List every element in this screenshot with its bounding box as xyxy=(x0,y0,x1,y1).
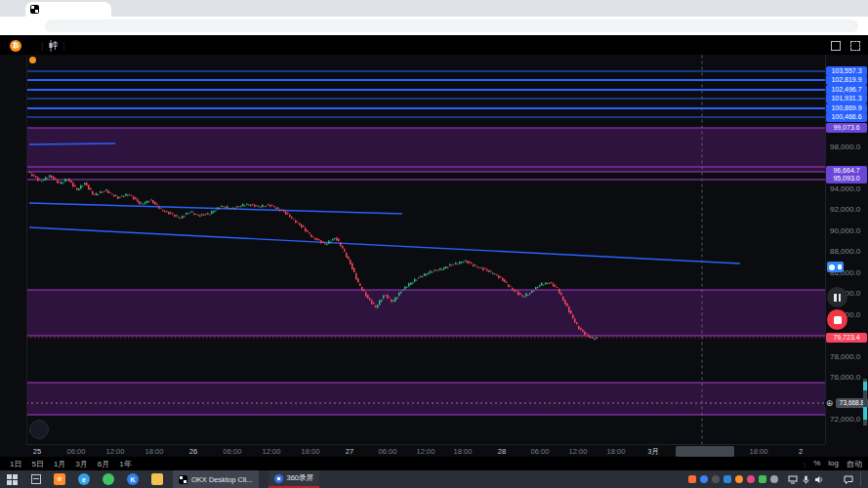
time-axis-label: 06:00 xyxy=(531,447,550,456)
360-browser-app[interactable] xyxy=(103,473,114,485)
chart-footer: 1日5日1月3月6月1年 | %log自动 xyxy=(0,457,868,470)
360-recorder-window-icon xyxy=(274,474,283,483)
360-browser-app-icon xyxy=(103,473,114,485)
range-button-1月[interactable]: 1月 xyxy=(54,459,65,469)
range-button-3月[interactable]: 3月 xyxy=(75,459,87,469)
time-axis-label: 12:00 xyxy=(263,447,281,456)
price-level-badge: 79,723.4 xyxy=(826,333,867,343)
recorder-stop-button[interactable] xyxy=(827,309,847,330)
trendline xyxy=(29,227,740,264)
file-explorer-app-icon xyxy=(151,473,163,485)
divider xyxy=(26,55,27,444)
desktop-screen: ₿ | | 72,000.076,000.078,000.082,000.084… xyxy=(0,0,868,488)
divider: | xyxy=(41,41,43,51)
360-safety-app-icon: ☆ xyxy=(54,473,65,485)
trendline xyxy=(29,203,402,214)
okx-app[interactable]: K xyxy=(127,473,139,485)
tray-app-icon[interactable] xyxy=(712,475,720,483)
scale-button-%[interactable]: % xyxy=(813,459,820,469)
taskbar-apps: ☆eK xyxy=(41,473,163,485)
symbol-dot-icon xyxy=(29,57,36,63)
show-desktop-button[interactable] xyxy=(860,472,864,486)
edge-browser-app[interactable]: e xyxy=(78,473,90,485)
microphone-icon[interactable] xyxy=(803,475,809,484)
tray-app-icon[interactable] xyxy=(723,475,731,483)
range-buttons: 1日5日1月3月6月1年 xyxy=(10,459,132,469)
tray-app-icon[interactable] xyxy=(759,475,766,483)
okx-desktop-client-window-label: OKX Desktop Cli... xyxy=(191,475,253,484)
recorder-pause-button[interactable] xyxy=(827,287,847,307)
browser-tab[interactable] xyxy=(25,2,111,17)
time-axis-label: 06:00 xyxy=(379,447,397,456)
price-axis-label: 98,000.0 xyxy=(830,142,860,151)
price-axis-label: 92,000.0 xyxy=(830,205,860,214)
time-axis-label: 18:00 xyxy=(454,447,473,456)
time-axis-label: 27 xyxy=(346,447,353,456)
price-axis-label: 90,000.0 xyxy=(830,226,860,235)
price-axis-label: 76,000.0 xyxy=(830,373,860,382)
browser-tab-strip xyxy=(0,0,868,17)
taskbar-windows: OKX Desktop Cli...360录屏 xyxy=(163,470,319,488)
divider: | xyxy=(62,41,64,51)
price-level-badge: 99,073.6 xyxy=(826,123,867,133)
tray-app-icon[interactable] xyxy=(688,475,696,483)
time-axis-label: 06:00 xyxy=(67,447,86,456)
okx-desktop-client-window[interactable]: OKX Desktop Cli... xyxy=(173,470,259,488)
time-axis-label: 25 xyxy=(33,447,41,456)
price-axis-label: 94,000.0 xyxy=(830,184,860,193)
tray-app-icon[interactable] xyxy=(700,475,708,483)
range-button-6月[interactable]: 6月 xyxy=(98,459,109,469)
highlight-band xyxy=(26,128,825,172)
range-button-5日[interactable]: 5日 xyxy=(31,459,43,469)
scale-button-自动[interactable]: 自动 xyxy=(847,459,862,469)
360-safety-app[interactable]: ☆ xyxy=(54,473,65,485)
time-axis-label: 12:00 xyxy=(417,447,435,456)
range-button-1年[interactable]: 1年 xyxy=(119,459,131,469)
highlight-band xyxy=(26,290,825,336)
time-axis-label: 3月 xyxy=(647,447,659,457)
time-axis-label: 18:00 xyxy=(302,447,320,456)
time-axis-label: 28 xyxy=(498,447,506,456)
time-axis-label: 12:00 xyxy=(106,447,125,456)
candle-style-icon[interactable] xyxy=(48,40,58,52)
price-axis-label: 88,000.0 xyxy=(830,247,860,256)
time-axis[interactable]: 2506:0012:0018:002606:0012:0018:002706:0… xyxy=(26,444,825,458)
fullscreen-icon[interactable] xyxy=(850,41,860,51)
time-axis-label: 2 xyxy=(799,447,803,456)
network-icon[interactable] xyxy=(788,475,798,484)
360-recorder-window[interactable]: 360录屏 xyxy=(269,470,320,488)
time-axis-label: 18:00 xyxy=(750,447,768,456)
start-button[interactable] xyxy=(7,474,18,485)
tray-app-icon[interactable] xyxy=(747,475,755,483)
tray-app-icons xyxy=(688,475,778,483)
time-axis-label: 06:00 xyxy=(224,447,242,456)
system-tray xyxy=(688,472,864,486)
candlestick-chart[interactable] xyxy=(26,55,825,444)
chart-header: ₿ | | xyxy=(0,37,868,55)
file-explorer-app[interactable] xyxy=(151,473,163,485)
btc-logo-icon: ₿ xyxy=(10,40,21,52)
scale-buttons: %log自动 xyxy=(813,459,862,469)
popout-icon[interactable] xyxy=(831,41,841,51)
divider: | xyxy=(804,460,806,468)
price-level-badge: 95,093.0 xyxy=(826,174,867,183)
notification-icon[interactable] xyxy=(844,475,853,484)
scale-button-log[interactable]: log xyxy=(828,459,839,469)
task-view-icon[interactable] xyxy=(31,474,41,484)
alert-eye-icon[interactable]: ⊕ xyxy=(824,398,835,409)
okx-favicon-icon xyxy=(30,5,39,14)
price-axis-label: 78,000.0 xyxy=(830,352,860,361)
360-recorder-window-label: 360录屏 xyxy=(287,473,314,483)
address-bar[interactable] xyxy=(45,20,858,32)
scrollbar[interactable] xyxy=(863,379,867,426)
tray-app-icon[interactable] xyxy=(770,475,778,483)
range-button-1日[interactable]: 1日 xyxy=(10,459,21,469)
recorder-camera-icon[interactable] xyxy=(827,262,844,272)
speaker-icon[interactable] xyxy=(814,475,824,484)
trendline xyxy=(29,143,115,144)
time-axis-label: 18:00 xyxy=(145,447,164,456)
taskbar: ☆eK OKX Desktop Cli...360录屏 xyxy=(0,470,868,488)
tray-app-icon[interactable] xyxy=(735,475,743,483)
tradingview-watermark-icon[interactable] xyxy=(29,420,49,439)
ohlc-legend xyxy=(29,57,53,63)
